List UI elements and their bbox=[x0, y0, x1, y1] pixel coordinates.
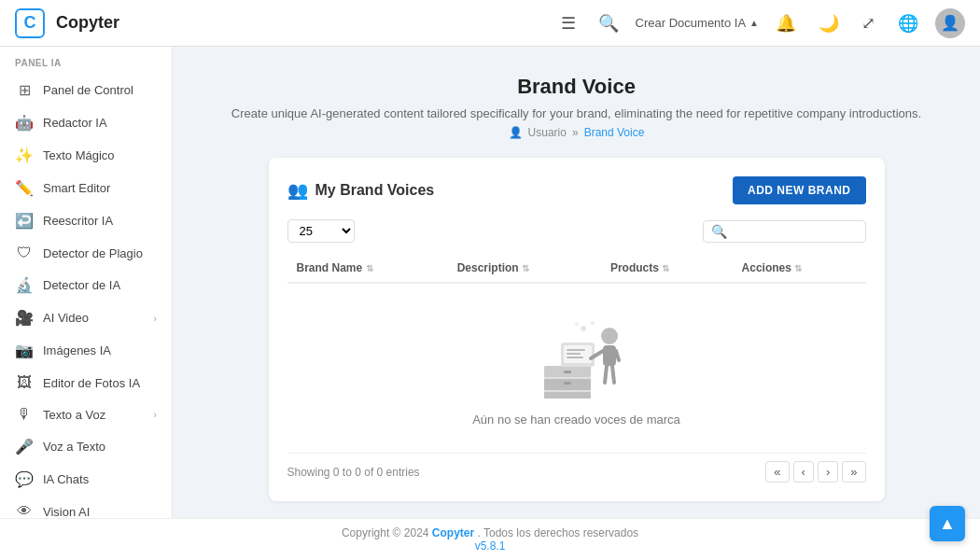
sort-brand-name-icon[interactable]: ⇅ bbox=[366, 263, 373, 273]
voz-texto-icon: 🎤 bbox=[15, 438, 34, 455]
menu-icon[interactable]: ☰ bbox=[561, 13, 576, 34]
detector-plagio-icon: 🛡 bbox=[15, 245, 34, 261]
table-footer: Showing 0 to 0 of 0 entries « ‹ › » bbox=[287, 453, 866, 483]
svg-line-16 bbox=[612, 366, 614, 383]
sidebar-item-label: Panel de Control bbox=[43, 83, 133, 97]
svg-rect-10 bbox=[567, 357, 583, 358]
sidebar-item-detector-plagio[interactable]: 🛡 Detector de Plagio bbox=[0, 237, 172, 269]
pagination-prev-button[interactable]: ‹ bbox=[793, 461, 814, 483]
vision-ai-icon: 👁 bbox=[15, 503, 34, 518]
brand-voices-table: Brand Name ⇅ Description ⇅ Products ⇅ bbox=[287, 254, 866, 443]
chevron-right-icon: › bbox=[153, 409, 157, 420]
sidebar-item-ia-chats[interactable]: 💬 IA Chats bbox=[0, 463, 172, 496]
sidebar-item-reescritor-ia[interactable]: ↩️ Reescritor IA bbox=[0, 204, 172, 237]
col-brand-name-label: Brand Name bbox=[297, 261, 363, 274]
logo-icon: C bbox=[15, 8, 45, 38]
sidebar-item-label: Voz a Texto bbox=[43, 440, 105, 454]
page-title: Brand Voice bbox=[517, 75, 636, 99]
sort-acciones-icon[interactable]: ⇅ bbox=[794, 263, 802, 273]
sidebar-item-smart-editor[interactable]: ✏️ Smart Editor bbox=[0, 172, 172, 204]
sidebar-item-label: Texto a Voz bbox=[43, 408, 105, 422]
sidebar-item-label: Texto Mágico bbox=[43, 148, 115, 162]
breadcrumb: 👤 Usuario » Brand Voice bbox=[509, 126, 645, 139]
imagenes-ia-icon: 📷 bbox=[15, 342, 34, 359]
empty-state: Aún no se han creado voces de marca bbox=[297, 291, 857, 436]
sidebar-item-detector-ia[interactable]: 🔬 Detector de IA bbox=[0, 269, 172, 301]
sidebar-item-panel-control[interactable]: ⊞ Panel de Control bbox=[0, 74, 172, 106]
col-products: Products ⇅ bbox=[601, 254, 733, 283]
dark-mode-icon[interactable]: 🌙 bbox=[819, 13, 839, 34]
create-document-button[interactable]: Crear Documento IA ▲ bbox=[636, 16, 759, 30]
sidebar-item-label: Vision AI bbox=[43, 505, 90, 519]
svg-point-19 bbox=[575, 322, 579, 326]
search-icon[interactable]: 🔍 bbox=[598, 13, 619, 34]
breadcrumb-current[interactable]: Brand Voice bbox=[584, 126, 645, 139]
language-icon[interactable]: 🌐 bbox=[898, 13, 918, 34]
sidebar-item-label: IA Chats bbox=[43, 472, 89, 486]
sort-products-icon[interactable]: ⇅ bbox=[662, 263, 669, 273]
svg-point-11 bbox=[601, 328, 618, 344]
breadcrumb-user: Usuario bbox=[528, 126, 567, 139]
svg-line-14 bbox=[616, 351, 619, 360]
topnav: C Copyter ☰ 🔍 Crear Documento IA ▲ 🔔 🌙 ⤢… bbox=[0, 0, 980, 47]
svg-rect-12 bbox=[603, 345, 616, 366]
page-subtitle: Create unique AI-generated content tailo… bbox=[231, 106, 921, 120]
sidebar-item-imagenes-ia[interactable]: 📷 Imágenes IA bbox=[0, 334, 172, 367]
svg-point-17 bbox=[581, 326, 586, 331]
footer-version: v5.8.1 bbox=[475, 539, 506, 553]
sidebar-item-label: Reescritor IA bbox=[43, 214, 113, 228]
sidebar-item-vision-ai[interactable]: 👁 Vision AI bbox=[0, 496, 172, 518]
footer-copyright: Copyright © 2024 bbox=[342, 526, 429, 539]
scroll-to-top-button[interactable]: ▲ bbox=[930, 506, 965, 541]
svg-line-15 bbox=[605, 366, 607, 383]
svg-rect-4 bbox=[564, 371, 571, 373]
search-icon: 🔍 bbox=[711, 224, 727, 239]
ai-video-icon: 🎥 bbox=[15, 309, 34, 327]
breadcrumb-icon: 👤 bbox=[509, 126, 523, 139]
sidebar-item-label: Imágenes IA bbox=[43, 343, 111, 357]
empty-illustration bbox=[516, 310, 637, 403]
table-controls: 25 10 50 100 🔍 bbox=[287, 219, 866, 243]
sidebar-section-label: PANEL IA bbox=[0, 47, 172, 74]
avatar[interactable]: 👤 bbox=[935, 8, 965, 38]
footer-brand-link[interactable]: Copyter bbox=[432, 526, 474, 539]
breadcrumb-sep: » bbox=[572, 126, 579, 139]
redactor-ia-icon: 🤖 bbox=[15, 114, 34, 132]
footer-rights: . Todos los derechos reservados bbox=[478, 526, 639, 539]
smart-editor-icon: ✏️ bbox=[15, 179, 34, 197]
ia-chats-icon: 💬 bbox=[15, 470, 34, 488]
sidebar-item-label: Smart Editor bbox=[43, 181, 110, 195]
sidebar-item-ai-video[interactable]: 🎥 AI Video › bbox=[0, 301, 172, 334]
svg-rect-9 bbox=[567, 353, 581, 355]
fullscreen-icon[interactable]: ⤢ bbox=[861, 13, 875, 34]
panel-control-icon: ⊞ bbox=[15, 81, 34, 99]
col-acciones: Acciones ⇅ bbox=[733, 254, 866, 283]
chevron-right-icon: › bbox=[153, 313, 157, 324]
logo-text: Copyter bbox=[56, 13, 119, 33]
sidebar-item-texto-magico[interactable]: ✨ Texto Mágico bbox=[0, 139, 172, 172]
sidebar-item-label: Detector de IA bbox=[43, 278, 120, 292]
pagination-last-button[interactable]: » bbox=[842, 461, 865, 483]
sidebar-item-label: AI Video bbox=[43, 311, 89, 325]
add-new-brand-button[interactable]: ADD NEW BRAND bbox=[733, 176, 866, 204]
sidebar-item-redactor-ia[interactable]: 🤖 Redactor IA bbox=[0, 106, 172, 139]
sidebar-item-editor-fotos[interactable]: 🖼 Editor de Fotos IA bbox=[0, 367, 172, 399]
chevron-down-icon: ▲ bbox=[749, 18, 759, 28]
sidebar-item-voz-texto[interactable]: 🎤 Voz a Texto bbox=[0, 430, 172, 463]
pagination-next-button[interactable]: › bbox=[818, 461, 838, 483]
svg-rect-8 bbox=[567, 349, 585, 351]
sidebar-item-texto-voz[interactable]: 🎙 Texto a Voz › bbox=[0, 399, 172, 430]
search-input[interactable] bbox=[727, 224, 858, 238]
brand-voices-card: 👥 My Brand Voices ADD NEW BRAND 25 10 50… bbox=[269, 158, 885, 501]
notifications-icon[interactable]: 🔔 bbox=[776, 13, 796, 34]
search-box: 🔍 bbox=[703, 220, 866, 243]
rows-per-page-select[interactable]: 25 10 50 100 bbox=[287, 219, 355, 243]
svg-rect-3 bbox=[544, 392, 591, 399]
col-brand-name: Brand Name ⇅ bbox=[287, 254, 448, 283]
sort-description-icon[interactable]: ⇅ bbox=[522, 263, 529, 273]
col-description-label: Description bbox=[457, 261, 519, 274]
svg-rect-5 bbox=[564, 382, 571, 385]
table-info: Showing 0 to 0 of 0 entries bbox=[287, 466, 420, 479]
pagination-first-button[interactable]: « bbox=[765, 461, 789, 483]
main-content: Brand Voice Create unique AI-generated c… bbox=[173, 47, 980, 518]
